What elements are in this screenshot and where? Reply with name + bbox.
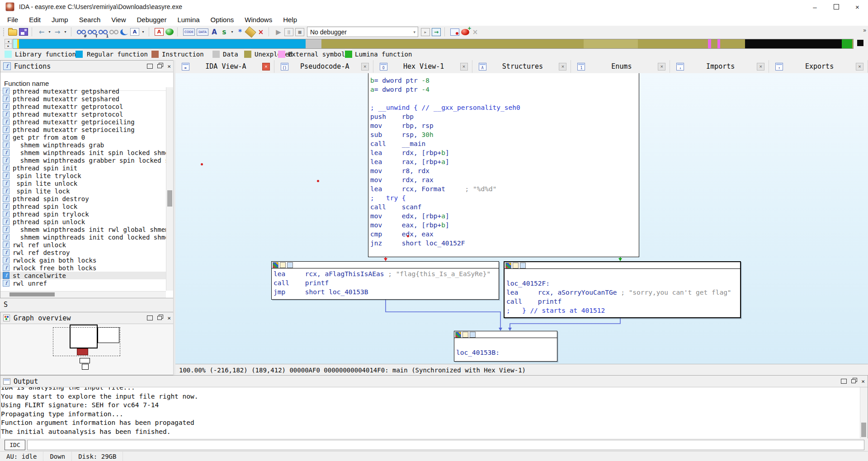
- select-font-icon[interactable]: A: [130, 28, 139, 36]
- nav-back-caret-icon[interactable]: ▾: [47, 27, 52, 37]
- toolbar-grip[interactable]: [3, 28, 6, 36]
- menu-file[interactable]: File: [2, 16, 24, 24]
- functions-vertical-scrollbar[interactable]: [166, 87, 174, 291]
- make-code-icon[interactable]: CODE: [183, 28, 195, 36]
- code-line[interactable]: [505, 270, 740, 279]
- menu-options[interactable]: Options: [205, 16, 240, 24]
- function-row[interactable]: fpthread_mutexattr_getprioceiling: [0, 118, 166, 126]
- code-line[interactable]: mov rbp, rsp: [368, 121, 639, 130]
- code-line[interactable]: [368, 94, 639, 103]
- node-group-icon[interactable]: [520, 263, 526, 268]
- menu-jump[interactable]: Jump: [46, 16, 74, 24]
- debugger-attach-icon[interactable]: ▸: [421, 28, 430, 36]
- tab-ida-view-a[interactable]: ≡IDA View-A×: [175, 60, 274, 73]
- scrollbar-thumb[interactable]: [167, 190, 172, 207]
- scrollbar-thumb[interactable]: [861, 423, 866, 437]
- code-line[interactable]: cmp edx, eax: [368, 230, 639, 239]
- code-line[interactable]: [454, 339, 557, 348]
- toolbar-overflow-icon[interactable]: »: [863, 27, 866, 33]
- node-comment-icon[interactable]: [513, 263, 519, 268]
- basic-block-end[interactable]: loc_40153B:: [454, 331, 557, 362]
- make-data-icon[interactable]: DATA: [197, 28, 208, 36]
- tab-structures[interactable]: AStructures×: [472, 60, 571, 73]
- panel-float-icon[interactable]: [851, 379, 856, 383]
- node-color-icon[interactable]: [505, 263, 511, 268]
- panel-close-icon[interactable]: ×: [861, 379, 865, 384]
- output-log[interactable]: IDA is analysing the input file...You ma…: [1, 387, 860, 439]
- function-row[interactable]: fpthread_spin_lock: [0, 202, 166, 210]
- code-line[interactable]: ; __unwind { // __gxx_personality_seh0: [368, 103, 639, 112]
- code-line[interactable]: mov rdx, rax: [368, 175, 639, 184]
- code-line[interactable]: call __main: [368, 139, 639, 148]
- tab-exports[interactable]: ↑Exports×: [769, 60, 868, 73]
- nav-forward-icon[interactable]: →: [53, 27, 61, 37]
- graph-view-canvas[interactable]: b= dword ptr -8a= dword ptr -4; __unwind…: [175, 73, 868, 364]
- code-line[interactable]: b= dword ptr -8: [368, 76, 639, 85]
- code-line[interactable]: lea rcx, Format ; "%d%d": [368, 184, 639, 193]
- code-line[interactable]: jmp short loc_40153B: [272, 287, 499, 296]
- function-row[interactable]: fpthread_mutexattr_setprioceiling: [0, 126, 166, 133]
- nav-forward-caret-icon[interactable]: ▾: [63, 27, 67, 37]
- scrollbar-thumb[interactable]: [9, 292, 55, 296]
- menu-edit[interactable]: Edit: [24, 16, 46, 24]
- panel-float-icon[interactable]: [157, 64, 162, 68]
- code-line[interactable]: lea rcx, aFlagThisIsAEas ; "flag{this_Is…: [272, 269, 499, 278]
- debug-run-icon[interactable]: ▶: [274, 27, 283, 37]
- panel-maximize-icon[interactable]: [841, 379, 847, 384]
- function-row[interactable]: fst_cancelwrite: [0, 272, 166, 279]
- code-line[interactable]: sub rsp, 30h: [368, 130, 639, 139]
- close-button[interactable]: ×: [847, 0, 868, 14]
- tab-imports[interactable]: ↓Imports×: [670, 60, 769, 73]
- save-file-icon[interactable]: [19, 28, 28, 36]
- function-row[interactable]: frwlock_gain_both_locks: [0, 256, 166, 264]
- function-row[interactable]: fpthread_mutexattr_setpshared: [0, 95, 166, 103]
- code-line[interactable]: mov eax, [rbp+b]: [368, 221, 639, 230]
- menu-debugger[interactable]: Debugger: [132, 16, 172, 24]
- code-line[interactable]: call printf: [272, 278, 499, 287]
- panel-close-icon[interactable]: ×: [167, 64, 171, 69]
- code-line[interactable]: call printf: [505, 297, 740, 306]
- function-row[interactable]: fpthread_spin_destroy: [0, 195, 166, 202]
- menu-view[interactable]: View: [106, 16, 131, 24]
- function-row[interactable]: f_spin_lite_trylock: [0, 172, 166, 179]
- node-group-icon[interactable]: [470, 332, 476, 338]
- search-address-icon[interactable]: #: [77, 27, 86, 37]
- node-comment-icon[interactable]: [280, 262, 286, 268]
- search-value-icon[interactable]: 1: [99, 27, 108, 37]
- lumina-sphere-icon[interactable]: [165, 28, 174, 35]
- debug-pause-icon[interactable]: ||: [284, 28, 293, 36]
- make-string-icon[interactable]: s: [220, 27, 228, 37]
- tab-close-icon[interactable]: ×: [361, 63, 369, 71]
- code-line[interactable]: a= dword ptr -4: [368, 85, 639, 94]
- code-line[interactable]: lea rax, [rbp+a]: [368, 157, 639, 166]
- delete-breakpoint-icon[interactable]: ×: [471, 27, 479, 37]
- nav-back-icon[interactable]: ←: [38, 27, 46, 37]
- tab-pseudocode-a[interactable]: {}Pseudocode-A×: [274, 60, 373, 73]
- panel-maximize-icon[interactable]: [147, 64, 153, 69]
- output-scrollbar[interactable]: [860, 387, 868, 439]
- node-color-icon[interactable]: [455, 332, 461, 338]
- graph-minimap[interactable]: [0, 324, 173, 374]
- panel-maximize-icon[interactable]: [147, 315, 153, 320]
- function-row[interactable]: fpthread_mutexattr_getprotocol: [0, 103, 166, 110]
- font-caret-icon[interactable]: ▾: [141, 27, 145, 37]
- code-line[interactable]: lea rdx, [rbp+b]: [368, 148, 639, 157]
- make-array-icon[interactable]: *: [236, 27, 244, 37]
- function-row[interactable]: f__shmem_winpthreads_grabber_spin_locked…: [0, 156, 166, 164]
- function-row[interactable]: frwlock_free_both_locks: [0, 264, 166, 272]
- function-row[interactable]: frwl_unref: [0, 279, 166, 287]
- tab-enums[interactable]: 1Enums×: [571, 60, 670, 73]
- function-row[interactable]: f__shmem_winpthreads_grab: [0, 141, 166, 149]
- node-group-icon[interactable]: [287, 262, 293, 268]
- function-row[interactable]: f_spin_lite_unlock: [0, 179, 166, 187]
- code-line[interactable]: ; try {: [368, 193, 639, 202]
- search-next-icon[interactable]: [109, 27, 118, 37]
- function-row[interactable]: f__shmem_winpthreads_init_rwl_global_shm…: [0, 226, 166, 233]
- navband-overflow-icon[interactable]: [857, 40, 863, 46]
- navband-next-button[interactable]: ►: [5, 43, 12, 49]
- debugger-combo[interactable]: No debugger▾: [307, 27, 418, 37]
- add-breakpoint-icon[interactable]: [461, 29, 469, 35]
- string-caret-icon[interactable]: ▾: [230, 27, 234, 37]
- function-row[interactable]: frwl_ref_destroy: [0, 249, 166, 256]
- open-file-icon[interactable]: [8, 29, 17, 36]
